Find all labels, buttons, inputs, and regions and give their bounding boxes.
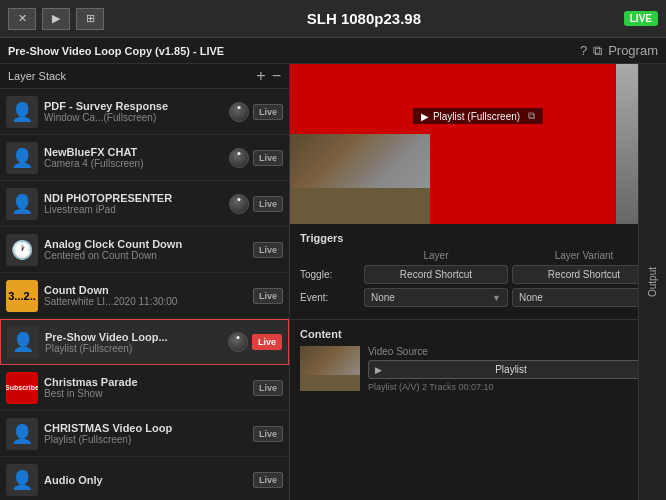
event-layer-value: None: [371, 292, 395, 303]
content-source-select[interactable]: ▶ Playlist ▼: [368, 360, 656, 379]
live-button[interactable]: Live: [253, 426, 283, 442]
playlist-label: ▶ Playlist (Fullscreen) ⧉: [413, 108, 543, 124]
sidebar-header-buttons: + −: [256, 68, 281, 84]
layer-item[interactable]: Subscribe Christmas Parade Best in Show …: [0, 365, 289, 411]
layer-info: Christmas Parade Best in Show: [44, 376, 247, 399]
volume-knob[interactable]: [229, 102, 249, 122]
live-button[interactable]: Live: [253, 380, 283, 396]
triggers-toggle-row: Toggle: Record Shortcut Record Shortcut: [300, 265, 656, 284]
layer-item[interactable]: 3...2.. Count Down Satterwhite LI...2020…: [0, 273, 289, 319]
layer-controls: Live: [229, 194, 283, 214]
layer-info: CHRISTMAS Video Loop Playlist (Fullscree…: [44, 422, 247, 445]
layer-name: NewBlueFX CHAT: [44, 146, 223, 158]
avatar: 👤: [6, 96, 38, 128]
live-button[interactable]: Live: [253, 196, 283, 212]
layer-sub: Window Ca...(Fullscreen): [44, 112, 223, 123]
toggle-variant-value[interactable]: Record Shortcut: [512, 265, 656, 284]
layer-info: NDI PHOTOPRESENTER Livestream iPad: [44, 192, 223, 215]
layer-name: NDI PHOTOPRESENTER: [44, 192, 223, 204]
subscribe-avatar: Subscribe: [6, 372, 38, 404]
event-label: Event:: [300, 292, 360, 303]
top-bar-icons: ✕ ▶ ⊞: [8, 8, 104, 30]
avatar: 👤: [6, 418, 38, 450]
preview-area: ▶ Playlist (Fullscreen) ⧉: [290, 64, 666, 224]
playlist-icon: ▶: [421, 111, 429, 122]
event-layer-select[interactable]: None ▼: [364, 288, 508, 307]
add-layer-button[interactable]: +: [256, 68, 265, 84]
layer-name: Audio Only: [44, 474, 247, 486]
sidebar-title: Layer Stack: [8, 70, 66, 82]
person-icon: 👤: [11, 101, 33, 123]
preview-thumbnail: [290, 134, 430, 224]
triggers-event-row: Event: None ▼ None ▼: [300, 288, 656, 307]
app-title: SLH 1080p23.98: [104, 10, 624, 27]
layer-controls: Live: [253, 426, 283, 442]
playlist-label-text: Playlist (Fullscreen): [433, 111, 520, 122]
volume-knob[interactable]: [229, 194, 249, 214]
remove-layer-button[interactable]: −: [272, 68, 281, 84]
help-icon[interactable]: ?: [580, 43, 587, 58]
content-title: Content: [300, 328, 656, 340]
person-icon: 👤: [12, 331, 34, 353]
layer-sub: Centered on Count Down: [44, 250, 247, 261]
sidebar-header: Layer Stack + −: [0, 64, 289, 89]
layer-controls: Live: [229, 102, 283, 122]
layer-sub: Livestream iPad: [44, 204, 223, 215]
countdown-avatar: 3...2..: [6, 280, 38, 312]
event-variant-select[interactable]: None ▼: [512, 288, 656, 307]
person-icon: 👤: [11, 193, 33, 215]
avatar: Subscribe: [6, 372, 38, 404]
grid-icon[interactable]: ⊞: [76, 8, 104, 30]
person-icon: 👤: [11, 469, 33, 491]
live-button[interactable]: Live: [252, 334, 282, 350]
sub-header-title: Pre-Show Video Loop Copy (v1.85) - LIVE: [8, 45, 224, 57]
layer-item[interactable]: 🕐 Analog Clock Count Down Centered on Co…: [0, 227, 289, 273]
avatar: 👤: [6, 464, 38, 496]
volume-knob[interactable]: [228, 332, 248, 352]
layer-name: Analog Clock Count Down: [44, 238, 247, 250]
layer-item-active[interactable]: 👤 Pre-Show Video Loop... Playlist (Fulls…: [0, 319, 289, 365]
avatar: 🕐: [6, 234, 38, 266]
layer-info: Count Down Satterwhite LI...2020 11:30:0…: [44, 284, 247, 307]
live-button[interactable]: Live: [253, 104, 283, 120]
content-row: Video Source ▶ Playlist ▼ Playlist (A/V)…: [300, 346, 656, 392]
source-value: Playlist: [495, 364, 527, 375]
layer-controls: Live: [229, 148, 283, 168]
triggers-table: Layer Layer Variant Toggle: Record Short…: [300, 250, 656, 307]
layer-name: CHRISTMAS Video Loop: [44, 422, 247, 434]
copy-playlist-icon[interactable]: ⧉: [528, 110, 535, 122]
layer-name: PDF - Survey Response: [44, 100, 223, 112]
event-variant-value: None: [519, 292, 543, 303]
chevron-down-icon: ▼: [492, 293, 501, 303]
content-thumbnail-image: [300, 346, 360, 391]
live-button[interactable]: Live: [253, 472, 283, 488]
layer-name: Christmas Parade: [44, 376, 247, 388]
layer-controls: Live: [253, 380, 283, 396]
layer-item[interactable]: 👤 Audio Only Live: [0, 457, 289, 500]
copy-icon[interactable]: ⧉: [593, 43, 602, 59]
live-button[interactable]: Live: [253, 288, 283, 304]
toggle-label: Toggle:: [300, 269, 360, 280]
layer-item[interactable]: 👤 NewBlueFX CHAT Camera 4 (Fullscreen) L…: [0, 135, 289, 181]
triggers-section: Triggers Layer Layer Variant Toggle: Rec…: [290, 224, 666, 320]
layer-info: PDF - Survey Response Window Ca...(Fulls…: [44, 100, 223, 123]
right-panel: ▶ Playlist (Fullscreen) ⧉ Triggers Layer…: [290, 64, 666, 500]
thumbnail-image: [290, 134, 430, 224]
clock-icon: 🕐: [11, 239, 33, 261]
toggle-layer-value[interactable]: Record Shortcut: [364, 265, 508, 284]
layer-item[interactable]: 👤 CHRISTMAS Video Loop Playlist (Fullscr…: [0, 411, 289, 457]
output-button[interactable]: Output: [647, 267, 658, 297]
layer-sub: Satterwhite LI...2020 11:30:00: [44, 296, 247, 307]
layer-sub: Camera 4 (Fullscreen): [44, 158, 223, 169]
layer-info: Analog Clock Count Down Centered on Coun…: [44, 238, 247, 261]
close-icon[interactable]: ✕: [8, 8, 36, 30]
layer-controls: Live: [253, 242, 283, 258]
play-icon[interactable]: ▶: [42, 8, 70, 30]
layer-item[interactable]: 👤 PDF - Survey Response Window Ca...(Ful…: [0, 89, 289, 135]
live-button[interactable]: Live: [253, 242, 283, 258]
layer-item[interactable]: 👤 NDI PHOTOPRESENTER Livestream iPad Liv…: [0, 181, 289, 227]
content-thumbnail: [300, 346, 360, 391]
live-button[interactable]: Live: [253, 150, 283, 166]
volume-knob[interactable]: [229, 148, 249, 168]
sub-header-actions: ? ⧉ Program: [580, 43, 658, 59]
